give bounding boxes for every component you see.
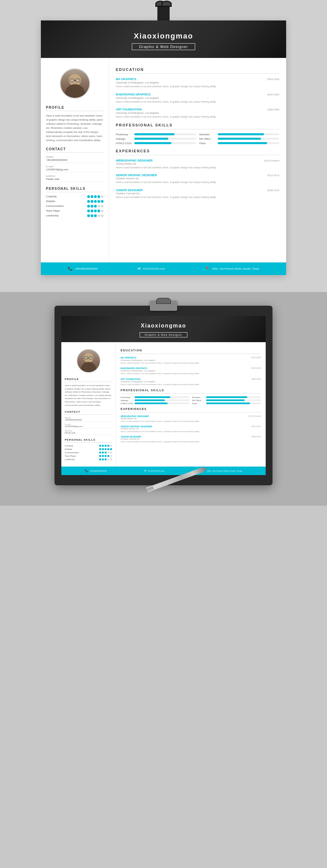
small-exp-header-2: JUNIOR DESIGNER 2008-2010	[121, 436, 261, 438]
small-edu-header-1: BA(HONARS) GRAPHICS 2000-2004	[121, 367, 261, 369]
resume-header: Xiaoxiongmao Graphic & Web Designer	[41, 20, 286, 58]
small-profile-title: PROFILE	[65, 378, 112, 382]
avatar-container	[46, 68, 104, 99]
right-column: EDUCATION MA GRAPHICS 2004-2005 Universi…	[109, 58, 286, 262]
skill-communication: Communication	[46, 204, 104, 208]
exp-item-2: JUNIOR DESIGNER 2008-2010 Creative Conce…	[116, 188, 279, 199]
skill-reliable: Reliable	[46, 200, 104, 203]
small-dot	[102, 458, 104, 460]
small-edu-uni-0: University of Nottingham, Los Angeles	[121, 359, 261, 361]
dot	[91, 214, 93, 217]
exp-item-1: SENIOR GRAPHIC DESIGNER 2010-2014 Creati…	[116, 173, 279, 184]
edu-desc-1: Have a solid foundation of art and aesth…	[116, 100, 279, 104]
avatar-body	[65, 84, 85, 98]
small-education-title: EDUCATION	[121, 349, 261, 354]
small-experiences-title: EXPERIENCES	[121, 407, 261, 413]
contact-email-value: 12345678@qq.com	[46, 168, 104, 172]
small-prof-skill-msoffice-fill	[206, 399, 245, 401]
dot	[97, 205, 100, 208]
contact-title: CONTACT	[46, 147, 104, 153]
small-skill-leadership-dots	[99, 458, 112, 460]
small-footer-address: 📍 2901, Via Fortuna Street, Austin, Texa…	[202, 469, 242, 472]
small-prof-skill-indesign-name: Indesign	[121, 399, 134, 401]
email-icon: ✉	[138, 267, 141, 271]
dot	[97, 210, 100, 212]
small-avatar-inner	[77, 350, 100, 372]
small-dot	[99, 452, 101, 454]
skill-creativity: Creativity	[46, 195, 104, 198]
small-exp-year-0: 2014-Present	[249, 415, 261, 417]
small-contact-email-value: 12345678@qq.com	[65, 425, 112, 428]
dot	[91, 205, 93, 208]
dot	[91, 210, 93, 212]
small-prof-skill-illustrator: Illustrator	[192, 396, 261, 398]
small-exp-header-1: SENIOR GRAPHIC DESIGNER 2010-2014	[121, 425, 261, 428]
contact-address: Address Panda road	[46, 174, 104, 182]
small-dot	[107, 445, 109, 447]
prof-skill-photoshop-bar	[134, 133, 196, 135]
small-contact-address: Address Panda road	[65, 430, 112, 435]
dot	[101, 214, 104, 217]
dot	[101, 205, 104, 208]
small-contact-mobile: Mobile +86188000000000	[65, 417, 112, 422]
prof-skill-illustrator: Illustrator	[199, 133, 279, 136]
clipboard-clip	[150, 301, 177, 311]
contact-mobile-label: Mobile	[46, 155, 104, 158]
avatar	[60, 68, 90, 99]
small-dot	[105, 455, 107, 457]
left-column: PROFILE Have a solid foundation of art a…	[41, 58, 109, 262]
prof-skill-msoffice: MS Office	[199, 137, 279, 140]
small-exp-title-0: WEB/GRAPHIC DESIGNER	[121, 415, 149, 417]
small-avatar-body	[81, 362, 96, 372]
exp-header-2: JUNIOR DESIGNER 2008-2010	[116, 188, 279, 192]
small-exp-item-0: WEB/GRAPHIC DESIGNER 2014-Present Towing…	[121, 415, 261, 423]
skill-reliable-dots	[87, 200, 104, 203]
small-footer-email: ✉ XXXXXXXXX.com	[144, 469, 165, 472]
small-edu-degree-2: ART FOUNDATION	[121, 378, 140, 380]
small-edu-uni-2: University of Nottingham, Los Angeles	[121, 381, 261, 383]
skill-team-player-name: Team Player	[46, 209, 66, 212]
avatar-glasses	[69, 79, 81, 82]
footer-phone: 📞 +86188000000000	[68, 267, 97, 271]
small-exp-desc-1: Have a solid foundation of art and aesth…	[121, 430, 261, 433]
dot	[94, 195, 97, 198]
contact-email-label: E-mail	[46, 165, 104, 168]
small-prof-skill-indesign-bar	[135, 399, 189, 401]
small-dot	[102, 455, 104, 457]
small-dot	[110, 455, 112, 457]
small-dot	[99, 445, 101, 447]
small-dot	[105, 452, 107, 454]
skill-team-player: Team Player	[46, 209, 104, 212]
small-prof-skills-title: PROFESSIONAL SKILLS	[121, 389, 261, 394]
dot	[87, 200, 90, 203]
small-phone-icon: 📞	[85, 469, 88, 472]
dot	[94, 205, 97, 208]
prof-skill-msoffice-name: MS Office	[199, 137, 216, 140]
dot	[97, 200, 100, 203]
small-prof-skills-grid: Photoshop Illustrator	[121, 396, 261, 405]
footer-email-text: XXXXXXXXX.com	[143, 267, 165, 270]
prof-skill-illustrator-fill	[218, 133, 264, 135]
experiences-title: EXPERIENCES	[116, 149, 279, 155]
education-title: EDUCATION	[116, 67, 279, 74]
small-edu-header-0: MA GRAPHICS 2004-2005	[121, 356, 261, 359]
small-dot	[99, 448, 101, 450]
small-prof-skill-msoffice-bar	[206, 399, 261, 401]
glasses-right	[76, 79, 80, 82]
small-email-icon: ✉	[144, 469, 146, 472]
small-right-column: EDUCATION MA GRAPHICS 2004-2005 Universi…	[116, 342, 266, 467]
edu-year-0: 2004-2005	[267, 78, 279, 81]
dot	[101, 195, 104, 198]
small-dot	[105, 445, 107, 447]
small-glasses-left	[84, 356, 88, 359]
edu-degree-1: BA(HONARS) GRAPHICS	[116, 93, 151, 96]
edu-desc-0: Have a solid foundation of art and aesth…	[116, 85, 279, 89]
exp-title-1: SENIOR GRAPHIC DESIGNER	[116, 173, 157, 177]
footer-address: 📍 2901, Via Fortuna Street, Austin, Texa…	[205, 267, 259, 271]
small-edu-uni-1: University of Nottingham, Los Angeles	[121, 370, 261, 372]
prof-skill-flash-name: Flash	[199, 142, 216, 145]
prof-skill-indesign: Indesign	[116, 137, 196, 140]
dot	[101, 210, 104, 212]
small-dot	[107, 455, 109, 457]
small-dot	[102, 452, 104, 454]
